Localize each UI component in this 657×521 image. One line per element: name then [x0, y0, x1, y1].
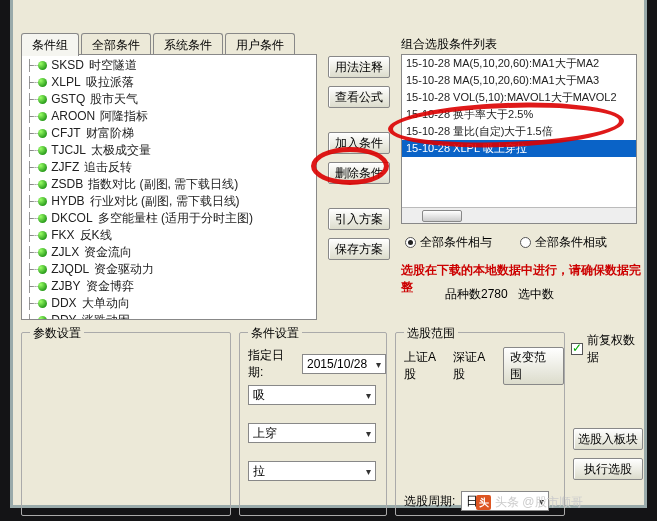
indicator-label: 吸拉派落: [86, 74, 134, 91]
tree-branch-icon: ├┈: [26, 261, 37, 278]
tree-branch-icon: ├┈: [26, 57, 37, 74]
tree-node[interactable]: ├┈XLPL吸拉派落: [26, 74, 316, 91]
indicator-label: 资金驱动力: [94, 261, 154, 278]
tree-node[interactable]: ├┈ZJBY资金博弈: [26, 278, 316, 295]
cycle-label: 选股周期:: [404, 493, 455, 510]
tree-node[interactable]: ├┈HYDB行业对比 (副图, 需下载日线): [26, 193, 316, 210]
tab-strip: 条件组 全部条件 系统条件 用户条件: [21, 32, 297, 55]
indicator-dot-icon: [38, 265, 47, 274]
tree-node[interactable]: ├┈CFJT财富阶梯: [26, 125, 316, 142]
indicator-dot-icon: [38, 282, 47, 291]
list-hscroll[interactable]: [402, 207, 636, 223]
indicator-label: 追击反转: [84, 159, 132, 176]
run-selection-button[interactable]: 执行选股: [573, 458, 643, 480]
condition-row[interactable]: 15-10-28 XLPL 吸上穿拉: [402, 140, 636, 157]
to-block-button[interactable]: 选股入板块: [573, 428, 643, 450]
indicator-code: ZJQDL: [51, 261, 89, 278]
indicator-dot-icon: [38, 197, 47, 206]
radio-dot-icon: [520, 237, 531, 248]
indicator-code: DKCOL: [51, 210, 92, 227]
usage-button[interactable]: 用法注释: [328, 56, 390, 78]
indicator-code: SKSD: [51, 57, 84, 74]
change-range-button[interactable]: 改变范围: [503, 347, 564, 385]
range-b: 深证A股: [453, 349, 496, 383]
indicator-label: 阿隆指标: [100, 108, 148, 125]
tree-branch-icon: ├┈: [26, 125, 37, 142]
tree-node[interactable]: ├┈SKSD时空隧道: [26, 57, 316, 74]
tab-user-conditions[interactable]: 用户条件: [225, 33, 295, 56]
load-plan-button[interactable]: 引入方案: [328, 208, 390, 230]
tree-branch-icon: ├┈: [26, 295, 37, 312]
radio-and[interactable]: 全部条件相与: [405, 234, 492, 251]
tree-branch-icon: ├┈: [26, 278, 37, 295]
radio-or[interactable]: 全部条件相或: [520, 234, 607, 251]
indicator-code: ZSDB: [51, 176, 83, 193]
tree-branch-icon: ├┈: [26, 312, 37, 320]
radio-dot-icon: [405, 237, 416, 248]
indicator-label: 反K线: [80, 227, 112, 244]
indicator-dot-icon: [38, 316, 47, 320]
indicator-code: TJCJL: [51, 142, 86, 159]
tree-branch-icon: ├┈: [26, 193, 37, 210]
tree-branch-icon: ├┈: [26, 159, 37, 176]
indicator-tree[interactable]: ├┈SKSD时空隧道├┈XLPL吸拉派落├┈GSTQ股市天气├┈AROON阿隆指…: [21, 54, 317, 320]
tree-branch-icon: ├┈: [26, 210, 37, 227]
tree-node[interactable]: ├┈DDX大单动向: [26, 295, 316, 312]
cond-select-1[interactable]: 吸▾: [248, 385, 376, 405]
tree-node[interactable]: ├┈ZJFZ追击反转: [26, 159, 316, 176]
date-picker[interactable]: 2015/10/28▾: [302, 354, 386, 374]
indicator-label: 涨跌动因: [82, 312, 130, 320]
chevron-down-icon: ▾: [366, 466, 371, 477]
tree-node[interactable]: ├┈DDY涨跌动因: [26, 312, 316, 320]
range-a: 上证A股: [404, 349, 447, 383]
tree-node[interactable]: ├┈ZJLX资金流向: [26, 244, 316, 261]
cond-select-2[interactable]: 上穿▾: [248, 423, 376, 443]
indicator-code: FKX: [51, 227, 74, 244]
tree-node[interactable]: ├┈ZSDB指数对比 (副图, 需下载日线): [26, 176, 316, 193]
tree-node[interactable]: ├┈AROON阿隆指标: [26, 108, 316, 125]
tree-node[interactable]: ├┈DKCOL多空能量柱 (适用于分时主图): [26, 210, 316, 227]
indicator-label: 股市天气: [90, 91, 138, 108]
group-param: 参数设置: [21, 332, 231, 516]
condition-row[interactable]: 15-10-28 MA(5,10,20,60):MA1大于MA2: [402, 55, 636, 72]
fq-checkbox[interactable]: 前复权数据: [571, 332, 644, 366]
tree-node[interactable]: ├┈GSTQ股市天气: [26, 91, 316, 108]
tree-node[interactable]: ├┈TJCJL太极成交量: [26, 142, 316, 159]
count-summary: 品种数2780 选中数: [445, 286, 554, 303]
indicator-code: AROON: [51, 108, 95, 125]
condition-row[interactable]: 15-10-28 MA(5,10,20,60):MA1大于MA3: [402, 72, 636, 89]
indicator-code: DDY: [51, 312, 76, 320]
tree-branch-icon: ├┈: [26, 108, 37, 125]
condition-row[interactable]: 15-10-28 换手率大于2.5%: [402, 106, 636, 123]
indicator-label: 大单动向: [82, 295, 130, 312]
add-condition-button[interactable]: 加入条件: [328, 132, 390, 154]
indicator-label: 资金流向: [84, 244, 132, 261]
condition-row[interactable]: 15-10-28 VOL(5,10):MAVOL1大于MAVOL2: [402, 89, 636, 106]
indicator-code: DDX: [51, 295, 76, 312]
indicator-dot-icon: [38, 146, 47, 155]
indicator-dot-icon: [38, 61, 47, 70]
indicator-dot-icon: [38, 214, 47, 223]
chevron-down-icon: ▾: [366, 390, 371, 401]
cond-select-3[interactable]: 拉▾: [248, 461, 376, 481]
scroll-thumb[interactable]: [422, 210, 462, 222]
view-formula-button[interactable]: 查看公式: [328, 86, 390, 108]
tab-system-conditions[interactable]: 系统条件: [153, 33, 223, 56]
save-plan-button[interactable]: 保存方案: [328, 238, 390, 260]
tab-condition-group[interactable]: 条件组: [21, 33, 79, 56]
indicator-dot-icon: [38, 78, 47, 87]
tree-branch-icon: ├┈: [26, 244, 37, 261]
condition-row[interactable]: 15-10-28 量比(自定)大于1.5倍: [402, 123, 636, 140]
delete-condition-button[interactable]: 删除条件: [328, 162, 390, 184]
condition-list[interactable]: 15-10-28 MA(5,10,20,60):MA1大于MA215-10-28…: [401, 54, 637, 224]
indicator-code: CFJT: [51, 125, 80, 142]
toutiao-logo-icon: 头: [476, 495, 491, 510]
tree-branch-icon: ├┈: [26, 176, 37, 193]
tab-all-conditions[interactable]: 全部条件: [81, 33, 151, 56]
tree-node[interactable]: ├┈FKX反K线: [26, 227, 316, 244]
tree-branch-icon: ├┈: [26, 91, 37, 108]
tree-node[interactable]: ├┈ZJQDL资金驱动力: [26, 261, 316, 278]
indicator-dot-icon: [38, 112, 47, 121]
tree-branch-icon: ├┈: [26, 74, 37, 91]
indicator-dot-icon: [38, 248, 47, 257]
